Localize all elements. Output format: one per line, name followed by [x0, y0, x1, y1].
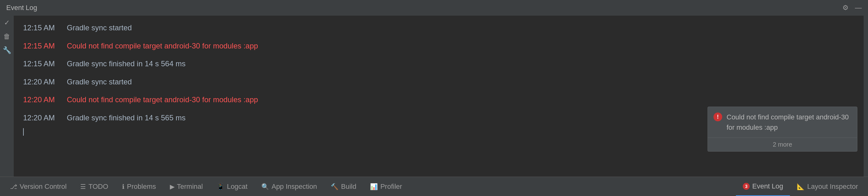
tooltip-content: ! Could not find compile target android-… [708, 107, 857, 138]
toolbar-terminal[interactable]: ▶ Terminal [163, 177, 210, 196]
toolbar-version-control[interactable]: ⎇ Version Control [3, 177, 73, 196]
check-icon[interactable]: ✓ [4, 19, 10, 27]
logcat-icon: 📱 [217, 183, 224, 190]
log-time-1: 12:15 AM [23, 23, 67, 33]
log-message-4: Gradle sync started [67, 77, 854, 87]
log-time-5: 12:20 AM [23, 94, 67, 105]
version-control-icon: ⎇ [10, 183, 17, 190]
event-log-badge: 3 [743, 183, 750, 190]
log-time-2: 12:15 AM [23, 40, 67, 51]
log-message-3: Gradle sync finished in 14 s 564 ms [67, 58, 854, 69]
log-entry-2: 12:15 AM Could not find compile target a… [23, 37, 854, 55]
log-entry-1: 12:15 AM Gradle sync started [23, 19, 854, 37]
toolbar-version-control-label: Version Control [20, 183, 66, 191]
tooltip-message: Could not find compile target android-30… [726, 112, 851, 133]
log-entry-4: 12:20 AM Gradle sync started [23, 73, 854, 91]
toolbar-app-inspection[interactable]: 🔍 App Inspection [254, 177, 324, 196]
toolbar-profiler-label: Profiler [380, 183, 402, 191]
tooltip-more-button[interactable]: 2 more [708, 138, 857, 151]
toolbar-problems[interactable]: ℹ Problems [115, 177, 163, 196]
app-inspection-icon: 🔍 [261, 183, 269, 190]
title-bar-title: Event Log [6, 4, 37, 12]
terminal-icon: ▶ [170, 183, 175, 190]
log-message-1: Gradle sync started [67, 23, 854, 33]
text-cursor [23, 128, 24, 136]
todo-icon: ☰ [80, 183, 86, 190]
tooltip-error-icon: ! [713, 113, 722, 121]
toolbar-logcat-label: Logcat [227, 183, 248, 191]
settings-icon[interactable]: ⚙ [842, 4, 849, 12]
delete-icon[interactable]: 🗑 [3, 32, 10, 40]
log-content: 12:15 AM Gradle sync started 12:15 AM Co… [14, 16, 864, 177]
title-bar: Event Log ⚙ — [0, 0, 868, 16]
scrollbar[interactable] [864, 16, 868, 177]
toolbar-build-label: Build [341, 183, 356, 191]
build-icon: 🔨 [331, 183, 338, 190]
toolbar-problems-label: Problems [127, 183, 156, 191]
toolbar-todo[interactable]: ☰ TODO [73, 177, 115, 196]
toolbar-todo-label: TODO [88, 183, 108, 191]
log-entry-5: 12:20 AM Could not find compile target a… [23, 91, 854, 109]
main-area: ✓ 🗑 🔧 12:15 AM Gradle sync started 12:15… [0, 16, 868, 177]
toolbar-build[interactable]: 🔨 Build [324, 177, 363, 196]
left-sidebar: ✓ 🗑 🔧 [0, 16, 14, 177]
log-time-4: 12:20 AM [23, 77, 67, 87]
log-time-3: 12:15 AM [23, 58, 67, 69]
toolbar-app-inspection-label: App Inspection [272, 183, 317, 191]
bottom-toolbar: ⎇ Version Control ☰ TODO ℹ Problems ▶ Te… [0, 177, 868, 196]
toolbar-event-log-label: Event Log [752, 182, 783, 190]
toolbar-profiler[interactable]: 📊 Profiler [363, 177, 409, 196]
toolbar-layout-inspector[interactable]: 📐 Layout Inspector [790, 177, 865, 196]
log-message-2: Could not find compile target android-30… [67, 40, 854, 51]
layout-inspector-icon: 📐 [797, 183, 805, 190]
minimize-icon[interactable]: — [855, 4, 862, 12]
log-time-6: 12:20 AM [23, 113, 67, 123]
tooltip-popup: ! Could not find compile target android-… [708, 107, 857, 151]
title-bar-icons: ⚙ — [842, 4, 862, 12]
toolbar-terminal-label: Terminal [177, 183, 203, 191]
toolbar-event-log[interactable]: 3 Event Log [736, 177, 790, 196]
log-entry-3: 12:15 AM Gradle sync finished in 14 s 56… [23, 55, 854, 73]
toolbar-layout-inspector-label: Layout Inspector [807, 183, 858, 191]
toolbar-logcat[interactable]: 📱 Logcat [210, 177, 254, 196]
profiler-icon: 📊 [370, 183, 378, 190]
wrench-icon[interactable]: 🔧 [3, 46, 11, 54]
log-message-5: Could not find compile target android-30… [67, 94, 854, 105]
problems-icon: ℹ [122, 183, 125, 190]
